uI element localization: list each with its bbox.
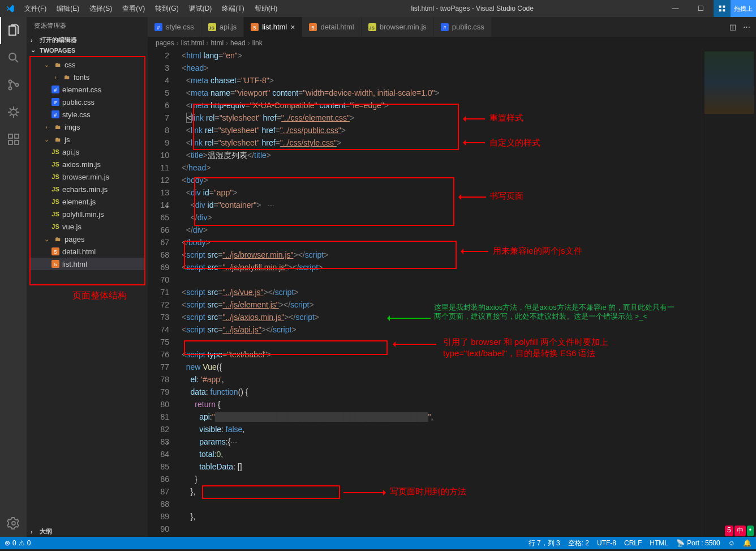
maximize-button[interactable]: ☐ <box>688 0 714 17</box>
tree-item-label: fonts <box>74 73 89 82</box>
drag-label[interactable]: 拖拽上 <box>731 0 756 17</box>
more-icon[interactable]: ⋯ <box>743 23 750 31</box>
file-row[interactable]: #public.css <box>31 96 144 108</box>
tree-item-label: list.html <box>62 260 87 268</box>
js-file-icon: JS <box>51 147 60 156</box>
extensions-icon[interactable] <box>0 126 27 153</box>
annotation-reset-css: 重置样式 <box>489 113 523 123</box>
tab-label: detail.html <box>320 23 354 31</box>
chevron-icon: › <box>51 72 60 82</box>
status-language[interactable]: HTML <box>650 539 668 547</box>
folder-icon: 🖿 <box>53 122 62 131</box>
status-feedback-icon[interactable]: ☺ <box>728 539 735 547</box>
breadcrumb-item[interactable]: html <box>211 39 224 47</box>
status-spaces[interactable]: 空格: 2 <box>568 539 589 548</box>
ime-badge: 5中• <box>725 526 754 536</box>
folder-row[interactable]: ›🖿fonts <box>31 71 144 83</box>
file-row[interactable]: JSpolyfill.min.js <box>31 208 144 220</box>
status-cursor-pos[interactable]: 行 7，列 3 <box>529 539 560 548</box>
editor-tab[interactable]: JSapi.js <box>201 17 244 37</box>
status-eol[interactable]: CRLF <box>624 539 642 547</box>
menu-item[interactable]: 调试(D) <box>184 2 217 16</box>
file-row[interactable]: #element.css <box>31 83 144 96</box>
code-editor[interactable]: 234567891011121314›656667686970717273747… <box>148 49 756 537</box>
css-file-icon: # <box>51 85 60 94</box>
menu-item[interactable]: 文件(F) <box>20 2 51 16</box>
minimize-button[interactable]: ― <box>663 0 688 17</box>
tab-label: browser.min.js <box>380 23 427 31</box>
breadcrumb[interactable]: pages›list.html›html›head›link <box>148 37 756 49</box>
css-file-icon: # <box>51 97 60 106</box>
status-encoding[interactable]: UTF-8 <box>597 539 616 547</box>
annotation-axios-2: 两个页面，建议直接写，此处不建议封装。这是一个错误示范 >_< <box>434 312 647 321</box>
explorer-icon[interactable] <box>0 17 27 44</box>
breadcrumb-item[interactable]: list.html <box>181 39 204 47</box>
status-port[interactable]: 📡 Port : 5500 <box>676 539 720 547</box>
editor-tab[interactable]: JSbrowser.min.js <box>362 17 434 37</box>
debug-icon[interactable] <box>0 99 27 126</box>
folder-row[interactable]: ⌄🖿pages <box>31 233 144 245</box>
annotation-custom-css: 自定义的样式 <box>489 138 540 148</box>
search-icon[interactable] <box>0 44 27 71</box>
folder-row[interactable]: ›🖿imgs <box>31 121 144 133</box>
opened-editors-section[interactable]: ›打开的编辑器 <box>27 35 148 45</box>
tree-item-label: imgs <box>65 123 80 131</box>
svg-rect-11 <box>8 140 12 144</box>
file-row[interactable]: JSaxios.min.js <box>31 158 144 170</box>
menu-item[interactable]: 帮助(H) <box>250 2 282 16</box>
tree-item-label: api.js <box>62 148 79 156</box>
split-editor-icon[interactable]: ◫ <box>729 23 736 31</box>
arrow-babel <box>394 344 436 345</box>
tree-item-label: detail.html <box>62 247 96 256</box>
svg-rect-9 <box>8 134 12 138</box>
tree-item-label: element.css <box>62 86 101 94</box>
code-content[interactable]: <html lang="en"><head> <meta charset="UT… <box>179 49 702 537</box>
svg-rect-10 <box>15 134 19 138</box>
status-problems[interactable]: ⊗ 0 ⚠ 0 <box>5 539 31 547</box>
editor-tab[interactable]: 5detail.html <box>302 17 361 37</box>
status-bell-icon[interactable]: 🔔 <box>743 539 751 547</box>
file-row[interactable]: 5detail.html <box>31 245 144 258</box>
tree-item-label: element.js <box>62 198 96 206</box>
tree-item-label: echarts.min.js <box>62 185 108 194</box>
tree-item-label: css <box>65 61 76 69</box>
menu-item[interactable]: 查看(V) <box>118 2 149 16</box>
root-section[interactable]: ⌄TWOPAGES <box>27 45 148 55</box>
git-icon[interactable] <box>0 71 27 99</box>
file-row[interactable]: JSapi.js <box>31 146 144 158</box>
arrow-reset-css <box>465 118 485 119</box>
file-row[interactable]: #style.css <box>31 108 144 121</box>
file-tree: ⌄🖿css›🖿fonts#element.css#public.css#styl… <box>29 56 145 285</box>
window-controls: ― ☐ 拖拽上 <box>663 0 756 17</box>
file-icon: 5 <box>309 23 317 31</box>
editor-tab[interactable]: #style.css <box>148 17 201 37</box>
close-icon[interactable]: × <box>290 23 295 32</box>
breadcrumb-item[interactable]: link <box>252 39 263 47</box>
file-row[interactable]: JSvue.js <box>31 220 144 233</box>
minimap[interactable] <box>702 49 756 537</box>
file-icon: JS <box>208 23 216 31</box>
menu-item[interactable]: 编辑(E) <box>52 2 84 16</box>
menu-item[interactable]: 终端(T) <box>217 2 248 16</box>
editor-tab[interactable]: 5list.html× <box>244 17 302 37</box>
file-row[interactable]: 5list.html <box>31 258 144 270</box>
js-file-icon: JS <box>51 185 60 194</box>
file-row[interactable]: JSelement.js <box>31 195 144 208</box>
folder-icon: 🖿 <box>53 135 62 144</box>
chevron-icon: ⌄ <box>42 60 51 69</box>
file-row[interactable]: JSecharts.min.js <box>31 183 144 195</box>
tab-label: public.css <box>452 23 484 31</box>
settings-icon[interactable] <box>0 510 27 537</box>
svg-point-4 <box>9 53 16 60</box>
breadcrumb-item[interactable]: head <box>230 39 246 47</box>
tree-item-label: pages <box>65 235 84 244</box>
file-row[interactable]: JSbrowser.min.js <box>31 170 144 183</box>
menu-item[interactable]: 转到(G) <box>151 2 183 16</box>
menu-item[interactable]: 选择(S) <box>85 2 117 16</box>
outline-section[interactable]: ›大纲 <box>27 526 148 537</box>
folder-row[interactable]: ⌄🖿js <box>31 133 144 146</box>
breadcrumb-item[interactable]: pages <box>156 39 174 47</box>
folder-row[interactable]: ⌄🖿css <box>31 58 144 71</box>
editor-tab[interactable]: #public.css <box>434 17 492 37</box>
extra-button[interactable] <box>714 0 731 17</box>
